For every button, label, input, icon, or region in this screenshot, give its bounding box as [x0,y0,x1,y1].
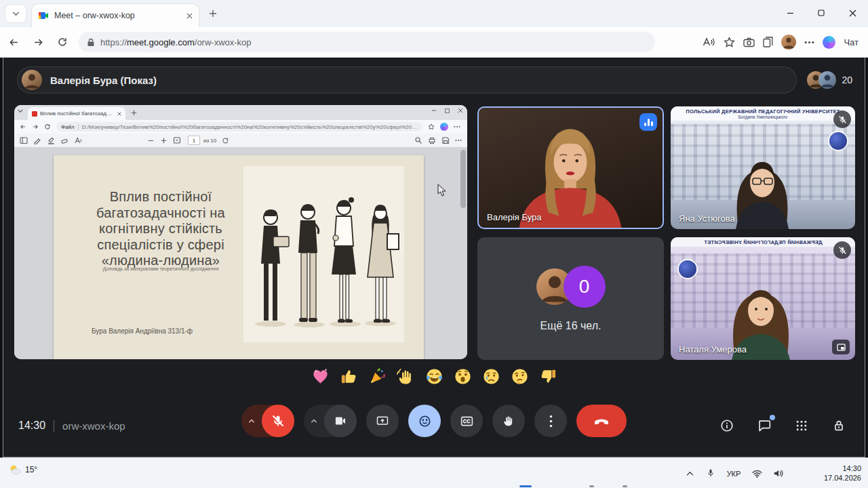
reaction-thumbs-up-icon[interactable] [338,366,359,386]
copilot-icon[interactable] [823,36,835,49]
participants-cluster[interactable]: 20 [807,69,852,91]
pdf-document-area[interactable]: Вплив постійної багатозадачності на когн… [14,147,467,359]
taskbar-clock[interactable]: 14:30 17.04.2026 [824,464,861,483]
raise-hand-button[interactable] [492,405,525,437]
reaction-astonished-icon[interactable] [452,366,473,386]
zoom-in-icon [160,137,167,144]
meet-header: Валерія Бура (Показ) [17,66,797,94]
url-field[interactable]: https://meet.google.com/orw-xwox-kop [79,32,655,52]
speaking-indicator-icon [639,113,657,131]
reaction-waving-hand-icon[interactable] [395,366,416,386]
shared-tab-search-chevron-icon [18,109,23,113]
mic-options-chevron-icon[interactable] [241,418,262,424]
web-capture-icon[interactable] [743,37,755,47]
wifi-icon[interactable] [749,458,765,488]
language-indicator[interactable]: УКР [723,458,745,488]
meet-control-bar [241,405,627,437]
captions-button[interactable] [450,405,483,437]
reaction-crying-icon[interactable] [481,366,501,386]
collections-icon[interactable] [763,37,773,47]
shared-forward-icon [32,123,39,130]
forward-button[interactable] [27,31,49,53]
camera-control-group [304,405,357,437]
overflow-avatars: 0 [477,266,664,308]
meet-main: Валерія Бура (Показ) 20 Вплив постійної … [3,58,865,458]
chat-button[interactable] [755,416,774,435]
reaction-party-popper-icon[interactable] [367,366,387,386]
meeting-details-button[interactable] [717,416,736,435]
tab-close-icon[interactable] [186,13,193,19]
browser-tab-meet[interactable]: Meet – orw-xwox-kop [31,3,199,27]
back-button[interactable] [3,31,24,53]
reaction-sparkling-heart-icon[interactable] [310,366,330,386]
chat-notification-dot [770,415,775,420]
mic-mute-button[interactable] [262,405,294,437]
clock-time: 14:30 [824,464,861,473]
edge-running-indicator [519,485,532,487]
window-maximize-button[interactable] [806,0,837,26]
emoji-reactions-button[interactable] [408,405,441,437]
new-tab-button[interactable] [206,7,220,20]
window-close-button[interactable] [837,0,868,26]
mic-off-icon [833,241,851,259]
reaction-joy-icon[interactable] [424,366,444,386]
reactions-bar [310,366,558,386]
end-call-button[interactable] [576,405,627,437]
host-controls-lock-button[interactable] [829,416,848,435]
copilot-chat-label[interactable]: Чат [844,37,859,47]
university-emblem-icon [679,260,696,278]
camera-button[interactable] [324,405,357,437]
shared-url-field: Файл D:/Моя/универ/Тези/Вплив%20постійно… [56,122,422,131]
activities-grid-button[interactable] [792,416,811,435]
reaction-thinking-icon[interactable] [509,366,530,386]
overflow-letter-avatar: 0 [564,266,606,308]
browser-profile-avatar[interactable] [781,35,796,49]
weather-temp: 15° [25,465,37,474]
meet-right-controls [717,409,848,442]
tray-mic-icon[interactable] [703,458,719,488]
shared-star-icon [428,123,435,130]
more-options-button[interactable] [534,405,567,437]
meeting-code: orw-xwox-kop [62,420,125,432]
tile-name-label: Яна Устюгова [679,214,735,224]
video-tile-yana[interactable]: ПОЛЬСЬКИЙ ДЕРЖАВНИЙ ПЕДАГОГІЧНИЙ УНІВЕРС… [671,106,855,229]
pdf-search-icon [414,136,422,144]
reaction-thumbs-down-icon[interactable] [538,366,558,386]
refresh-button[interactable] [52,31,73,53]
speaker-icon[interactable] [770,458,787,488]
camera-options-chevron-icon[interactable] [304,418,324,424]
tab-search-button[interactable] [5,5,26,22]
person-yana [671,106,855,229]
participants-count: 20 [842,75,852,85]
tile-name-label: Валерія Бура [487,212,542,222]
overflow-count-label: Ещё 16 чел. [477,320,664,332]
settings-ellipsis-icon[interactable] [804,41,814,44]
presenter-avatar [22,70,42,90]
site-info-lock-icon[interactable] [87,38,95,47]
university-banner-mirrored: ДЕРЖАВНИЙ ПЕДАГОГІЧНИЙ УНІВЕРСИТЕТ [671,237,855,247]
shared-new-tab-icon [131,110,137,116]
read-aloud-icon[interactable] [703,37,715,47]
tray-chevron-button[interactable] [682,458,698,488]
meet-favicon-icon [38,10,49,21]
pdf-favicon-icon [32,111,37,117]
video-tile-natalia[interactable]: ДЕРЖАВНИЙ ПЕДАГОГІЧНИЙ УНІВЕРСИТЕТ Натал… [671,237,855,360]
weather-widget[interactable]: 15° [8,464,37,476]
zoom-out-icon [147,137,155,144]
video-tile-valeriya[interactable]: Валерія Бура [477,106,664,229]
shared-screen-tile[interactable]: Вплив постійної багатозадачн Файл D:/Мо [14,105,467,359]
pdf-scrollbar[interactable] [460,150,466,208]
picture-in-picture-icon[interactable] [832,340,850,354]
pdf-highlighter-icon [47,136,55,144]
shared-address-bar: Файл D:/Моя/универ/Тези/Вплив%20постійно… [14,120,467,134]
pdf-toolbar: 1 из 10 [14,134,467,148]
slide-title: Вплив постійної багатозадачності на когн… [81,189,241,269]
university-banner: ПОЛЬСЬКИЙ ДЕРЖАВНИЙ ПЕДАГОГІЧНИЙ УНІВЕРС… [671,106,855,121]
overflow-tile[interactable]: 0 Ещё 16 чел. [477,237,664,360]
favorite-star-icon[interactable] [724,37,735,48]
shared-window-controls [431,108,463,113]
pdf-more-icon [455,139,462,142]
participant-avatar [818,71,836,89]
present-screen-button[interactable] [366,405,399,437]
window-minimize-button[interactable] [774,0,806,26]
